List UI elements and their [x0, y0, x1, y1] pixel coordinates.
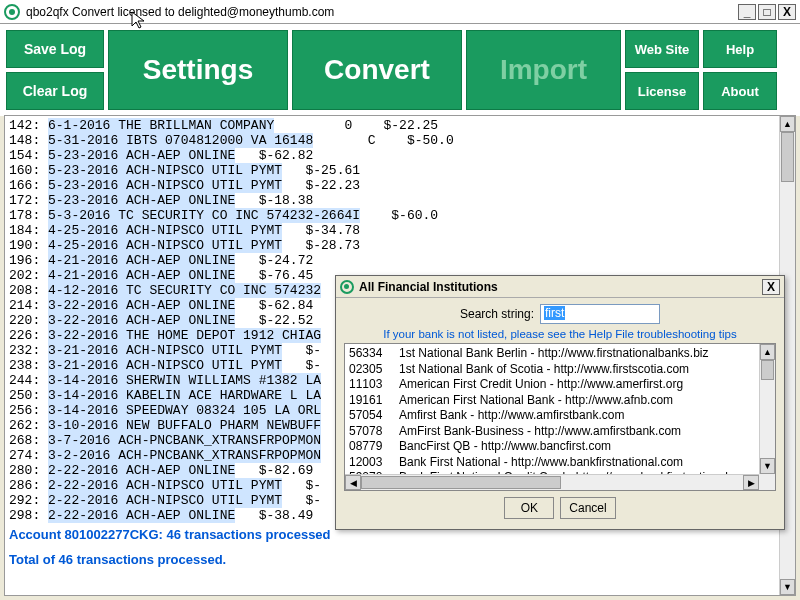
list-vthumb[interactable]	[761, 360, 774, 380]
log-line: 148: 5-31-2016 IBTS 0704812000 VA 16148 …	[9, 133, 791, 148]
scroll-down-icon[interactable]: ▼	[780, 579, 795, 595]
convert-button[interactable]: Convert	[292, 30, 462, 110]
bank-hint-link[interactable]: If your bank is not listed, please see t…	[344, 328, 776, 340]
app-logo-icon	[4, 4, 20, 20]
import-button[interactable]: Import	[466, 30, 621, 110]
summary-total: Total of 46 transactions processed.	[9, 552, 791, 567]
log-line: 172: 5-23-2016 ACH-AEP ONLINE $-18.38	[9, 193, 791, 208]
bank-list-row[interactable]: 563341st National Bank Berlin - http://w…	[349, 346, 771, 362]
log-line: 196: 4-21-2016 ACH-AEP ONLINE $-24.72	[9, 253, 791, 268]
settings-button[interactable]: Settings	[108, 30, 288, 110]
bank-list[interactable]: 563341st National Bank Berlin - http://w…	[344, 343, 776, 491]
bank-list-row[interactable]: 57078AmFirst Bank-Business - http://www.…	[349, 424, 771, 440]
license-button[interactable]: License	[625, 72, 699, 110]
list-scroll-down-icon[interactable]: ▼	[760, 458, 775, 474]
dialog-logo-icon	[340, 280, 354, 294]
log-line: 178: 5-3-2016 TC SECURITY CO INC 574232-…	[9, 208, 791, 223]
list-scroll-up-icon[interactable]: ▲	[760, 344, 775, 360]
close-button[interactable]: X	[778, 4, 796, 20]
ok-button[interactable]: OK	[504, 497, 554, 519]
toolbar: Save Log Clear Log Settings Convert Impo…	[0, 24, 800, 116]
log-line: 160: 5-23-2016 ACH-NIPSCO UTIL PYMT $-25…	[9, 163, 791, 178]
search-input[interactable]: first	[540, 304, 660, 324]
dialog-titlebar: All Financial Institutions X	[336, 276, 784, 298]
list-hscrollbar[interactable]: ◀ ▶	[345, 474, 759, 490]
log-line: 166: 5-23-2016 ACH-NIPSCO UTIL PYMT $-22…	[9, 178, 791, 193]
cancel-button[interactable]: Cancel	[560, 497, 615, 519]
help-button[interactable]: Help	[703, 30, 777, 68]
clear-log-button[interactable]: Clear Log	[6, 72, 104, 110]
dialog-title: All Financial Institutions	[359, 280, 762, 294]
list-scroll-right-icon[interactable]: ▶	[743, 475, 759, 490]
minimize-button[interactable]: _	[738, 4, 756, 20]
log-line: 154: 5-23-2016 ACH-AEP ONLINE $-62.82	[9, 148, 791, 163]
financial-institutions-dialog: All Financial Institutions X Search stri…	[335, 275, 785, 530]
bank-list-row[interactable]: 12003Bank First National - http://www.ba…	[349, 455, 771, 471]
log-line: 184: 4-25-2016 ACH-NIPSCO UTIL PYMT $-34…	[9, 223, 791, 238]
bank-list-row[interactable]: 08779BancFirst QB - http://www.bancfirst…	[349, 439, 771, 455]
window-title: qbo2qfx Convert licensed to delighted@mo…	[26, 5, 736, 19]
log-line: 190: 4-25-2016 ACH-NIPSCO UTIL PYMT $-28…	[9, 238, 791, 253]
search-label: Search string:	[460, 307, 534, 321]
scroll-up-icon[interactable]: ▲	[780, 116, 795, 132]
list-vscrollbar[interactable]: ▲ ▼	[759, 344, 775, 474]
titlebar: qbo2qfx Convert licensed to delighted@mo…	[0, 0, 800, 24]
bank-list-row[interactable]: 19161American First National Bank - http…	[349, 393, 771, 409]
website-button[interactable]: Web Site	[625, 30, 699, 68]
bank-list-row[interactable]: 57054Amfirst Bank - http://www.amfirstba…	[349, 408, 771, 424]
dialog-close-button[interactable]: X	[762, 279, 780, 295]
bank-list-row[interactable]: 11103American First Credit Union - http:…	[349, 377, 771, 393]
about-button[interactable]: About	[703, 72, 777, 110]
list-hthumb[interactable]	[361, 476, 561, 489]
bank-list-row[interactable]: 023051st National Bank of Scotia - http:…	[349, 362, 771, 378]
log-line: 142: 6-1-2016 THE BRILLMAN COMPANY 0 $-2…	[9, 118, 791, 133]
save-log-button[interactable]: Save Log	[6, 30, 104, 68]
scroll-thumb[interactable]	[781, 132, 794, 182]
list-scroll-left-icon[interactable]: ◀	[345, 475, 361, 490]
maximize-button[interactable]: □	[758, 4, 776, 20]
